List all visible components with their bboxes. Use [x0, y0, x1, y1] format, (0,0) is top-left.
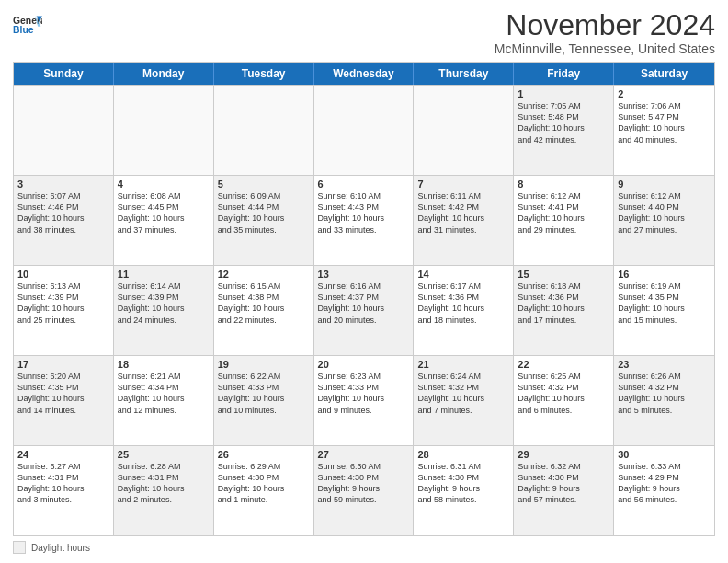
- day-info: Sunrise: 6:16 AM Sunset: 4:37 PM Dayligh…: [318, 281, 410, 326]
- cal-cell-day-30: 30Sunrise: 6:33 AM Sunset: 4:29 PM Dayli…: [614, 446, 714, 535]
- day-info: Sunrise: 6:19 AM Sunset: 4:35 PM Dayligh…: [618, 281, 711, 326]
- day-number: 18: [118, 359, 210, 370]
- day-info: Sunrise: 6:28 AM Sunset: 4:31 PM Dayligh…: [118, 461, 210, 506]
- day-info: Sunrise: 6:12 AM Sunset: 4:40 PM Dayligh…: [618, 190, 711, 236]
- day-info: Sunrise: 6:30 AM Sunset: 4:30 PM Dayligh…: [318, 461, 410, 506]
- day-number: 3: [17, 178, 109, 190]
- cal-cell-day-10: 10Sunrise: 6:13 AM Sunset: 4:39 PM Dayli…: [14, 266, 114, 355]
- header-day-tuesday: Tuesday: [214, 63, 314, 85]
- day-info: Sunrise: 6:17 AM Sunset: 4:36 PM Dayligh…: [417, 281, 509, 326]
- cal-cell-day-20: 20Sunrise: 6:23 AM Sunset: 4:33 PM Dayli…: [314, 356, 415, 445]
- legend: Daylight hours: [13, 541, 715, 554]
- day-number: 15: [518, 269, 609, 280]
- header-day-sunday: Sunday: [14, 63, 114, 85]
- day-number: 30: [618, 449, 711, 460]
- cal-row-3: 17Sunrise: 6:20 AM Sunset: 4:35 PM Dayli…: [14, 355, 714, 445]
- cal-cell-day-7: 7Sunrise: 6:11 AM Sunset: 4:42 PM Daylig…: [414, 176, 514, 265]
- legend-box: [13, 541, 26, 554]
- day-info: Sunrise: 6:23 AM Sunset: 4:33 PM Dayligh…: [318, 371, 410, 416]
- day-number: 29: [518, 449, 609, 460]
- day-info: Sunrise: 6:10 AM Sunset: 4:43 PM Dayligh…: [318, 190, 410, 236]
- cal-cell-day-18: 18Sunrise: 6:21 AM Sunset: 4:34 PM Dayli…: [114, 356, 214, 445]
- day-info: Sunrise: 6:26 AM Sunset: 4:32 PM Dayligh…: [618, 371, 711, 416]
- cal-cell-day-23: 23Sunrise: 6:26 AM Sunset: 4:32 PM Dayli…: [614, 356, 714, 445]
- day-number: 20: [318, 359, 410, 370]
- day-number: 24: [17, 449, 109, 460]
- day-number: 6: [318, 178, 410, 190]
- cal-cell-day-8: 8Sunrise: 6:12 AM Sunset: 4:41 PM Daylig…: [514, 176, 614, 265]
- day-info: Sunrise: 6:09 AM Sunset: 4:44 PM Dayligh…: [218, 190, 310, 236]
- day-info: Sunrise: 6:29 AM Sunset: 4:30 PM Dayligh…: [218, 461, 310, 506]
- cal-cell-empty-0-0: [14, 86, 114, 175]
- cal-cell-day-19: 19Sunrise: 6:22 AM Sunset: 4:33 PM Dayli…: [214, 356, 314, 445]
- day-number: 5: [218, 178, 310, 190]
- cal-cell-day-26: 26Sunrise: 6:29 AM Sunset: 4:30 PM Dayli…: [214, 446, 314, 535]
- cal-row-0: 1Sunrise: 7:05 AM Sunset: 5:48 PM Daylig…: [14, 85, 714, 175]
- cal-row-4: 24Sunrise: 6:27 AM Sunset: 4:31 PM Dayli…: [14, 445, 714, 535]
- day-info: Sunrise: 7:06 AM Sunset: 5:47 PM Dayligh…: [618, 100, 711, 145]
- cal-cell-day-29: 29Sunrise: 6:32 AM Sunset: 4:30 PM Dayli…: [514, 446, 614, 535]
- header-day-monday: Monday: [114, 63, 214, 85]
- day-info: Sunrise: 6:25 AM Sunset: 4:32 PM Dayligh…: [518, 371, 609, 416]
- cal-row-2: 10Sunrise: 6:13 AM Sunset: 4:39 PM Dayli…: [14, 265, 714, 355]
- day-number: 14: [417, 269, 509, 280]
- day-number: 9: [618, 178, 711, 190]
- legend-label: Daylight hours: [31, 543, 90, 553]
- cal-row-1: 3Sunrise: 6:07 AM Sunset: 4:46 PM Daylig…: [14, 175, 714, 265]
- day-number: 27: [318, 449, 410, 460]
- subtitle: McMinnville, Tennessee, United States: [495, 41, 715, 56]
- cal-cell-empty-0-4: [414, 86, 514, 175]
- day-number: 2: [618, 88, 711, 99]
- logo-icon: General Blue: [13, 13, 42, 39]
- day-info: Sunrise: 6:22 AM Sunset: 4:33 PM Dayligh…: [218, 371, 310, 416]
- day-info: Sunrise: 6:15 AM Sunset: 4:38 PM Dayligh…: [218, 281, 310, 326]
- day-number: 12: [218, 269, 310, 280]
- calendar-body: 1Sunrise: 7:05 AM Sunset: 5:48 PM Daylig…: [14, 85, 714, 535]
- day-info: Sunrise: 6:33 AM Sunset: 4:29 PM Dayligh…: [618, 461, 711, 506]
- cal-cell-day-21: 21Sunrise: 6:24 AM Sunset: 4:32 PM Dayli…: [414, 356, 514, 445]
- day-info: Sunrise: 6:11 AM Sunset: 4:42 PM Dayligh…: [417, 190, 509, 236]
- cal-cell-day-24: 24Sunrise: 6:27 AM Sunset: 4:31 PM Dayli…: [14, 446, 114, 535]
- cal-cell-day-27: 27Sunrise: 6:30 AM Sunset: 4:30 PM Dayli…: [314, 446, 415, 535]
- header-day-friday: Friday: [514, 63, 614, 85]
- cal-cell-day-1: 1Sunrise: 7:05 AM Sunset: 5:48 PM Daylig…: [514, 86, 614, 175]
- cal-cell-day-15: 15Sunrise: 6:18 AM Sunset: 4:36 PM Dayli…: [514, 266, 614, 355]
- day-info: Sunrise: 6:24 AM Sunset: 4:32 PM Dayligh…: [417, 371, 509, 416]
- day-info: Sunrise: 6:07 AM Sunset: 4:46 PM Dayligh…: [17, 190, 109, 236]
- day-number: 1: [518, 88, 609, 99]
- day-info: Sunrise: 6:12 AM Sunset: 4:41 PM Dayligh…: [518, 190, 609, 236]
- day-info: Sunrise: 6:08 AM Sunset: 4:45 PM Dayligh…: [118, 190, 210, 236]
- day-info: Sunrise: 6:32 AM Sunset: 4:30 PM Dayligh…: [518, 461, 609, 506]
- header-day-saturday: Saturday: [614, 63, 714, 85]
- main-title: November 2024: [495, 9, 715, 41]
- title-block: November 2024 McMinnville, Tennessee, Un…: [495, 9, 715, 56]
- day-number: 11: [118, 269, 210, 280]
- cal-cell-day-14: 14Sunrise: 6:17 AM Sunset: 4:36 PM Dayli…: [414, 266, 514, 355]
- cal-cell-day-17: 17Sunrise: 6:20 AM Sunset: 4:35 PM Dayli…: [14, 356, 114, 445]
- day-number: 23: [618, 359, 711, 370]
- cal-cell-day-25: 25Sunrise: 6:28 AM Sunset: 4:31 PM Dayli…: [114, 446, 214, 535]
- cal-cell-day-22: 22Sunrise: 6:25 AM Sunset: 4:32 PM Dayli…: [514, 356, 614, 445]
- cal-cell-day-28: 28Sunrise: 6:31 AM Sunset: 4:30 PM Dayli…: [414, 446, 514, 535]
- logo: General Blue: [13, 9, 42, 39]
- day-info: Sunrise: 7:05 AM Sunset: 5:48 PM Dayligh…: [518, 100, 609, 145]
- cal-cell-day-5: 5Sunrise: 6:09 AM Sunset: 4:44 PM Daylig…: [214, 176, 314, 265]
- cal-cell-day-12: 12Sunrise: 6:15 AM Sunset: 4:38 PM Dayli…: [214, 266, 314, 355]
- day-number: 19: [218, 359, 310, 370]
- day-number: 25: [118, 449, 210, 460]
- day-info: Sunrise: 6:21 AM Sunset: 4:34 PM Dayligh…: [118, 371, 210, 416]
- day-number: 13: [318, 269, 410, 280]
- day-number: 17: [17, 359, 109, 370]
- page: General Blue November 2024 McMinnville, …: [0, 0, 728, 563]
- cal-cell-empty-0-2: [214, 86, 314, 175]
- day-number: 21: [417, 359, 509, 370]
- day-info: Sunrise: 6:27 AM Sunset: 4:31 PM Dayligh…: [17, 461, 109, 506]
- calendar-header: SundayMondayTuesdayWednesdayThursdayFrid…: [14, 63, 714, 85]
- day-info: Sunrise: 6:20 AM Sunset: 4:35 PM Dayligh…: [17, 371, 109, 416]
- header-day-wednesday: Wednesday: [314, 63, 415, 85]
- cal-cell-day-13: 13Sunrise: 6:16 AM Sunset: 4:37 PM Dayli…: [314, 266, 415, 355]
- cal-cell-empty-0-1: [114, 86, 214, 175]
- day-number: 28: [417, 449, 509, 460]
- day-number: 16: [618, 269, 711, 280]
- calendar: SundayMondayTuesdayWednesdayThursdayFrid…: [13, 62, 715, 536]
